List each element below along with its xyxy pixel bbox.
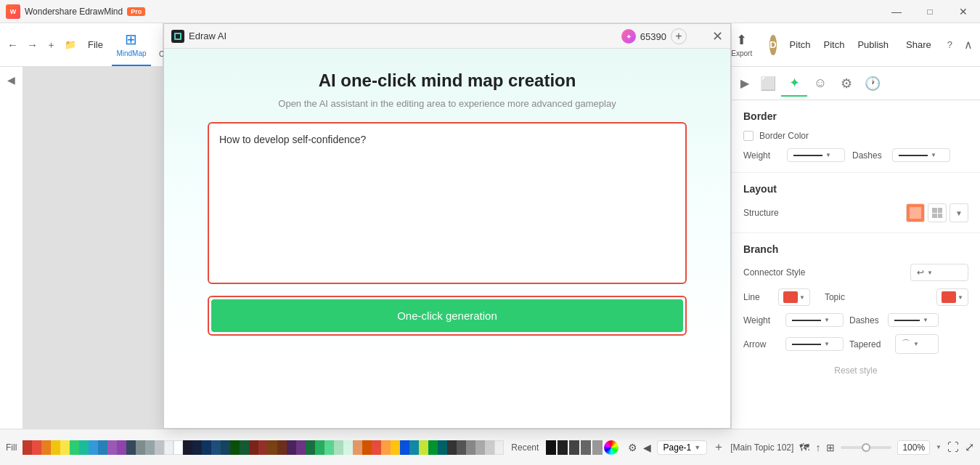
connector-style-select[interactable]: ↩ ▼: [910, 264, 968, 281]
page-dropdown-icon[interactable]: ▼: [694, 444, 701, 451]
fullscreen-button[interactable]: ⛶: [947, 441, 959, 454]
export-icon-button[interactable]: ↑: [815, 442, 820, 453]
color-cell-37[interactable]: [362, 440, 372, 455]
tapered-select[interactable]: ⌒ ▼: [895, 334, 939, 354]
color-cell-44[interactable]: [428, 440, 438, 455]
panel-tab-shape[interactable]: ⬜: [755, 70, 781, 97]
user-avatar[interactable]: D: [769, 35, 776, 55]
fullscreen-exit-button[interactable]: ⤢: [965, 440, 974, 454]
add-credits-button[interactable]: +: [671, 28, 687, 44]
color-cell-50[interactable]: [485, 440, 494, 455]
help-button[interactable]: ?: [944, 36, 955, 53]
topic-input[interactable]: How to develop self-confidence?: [209, 124, 685, 280]
color-cell-9[interactable]: [98, 440, 107, 455]
color-cell-48[interactable]: [466, 440, 475, 455]
weight-select[interactable]: ▼: [787, 148, 845, 162]
maximize-button[interactable]: □: [913, 0, 947, 23]
recent-color-5[interactable]: [592, 440, 603, 455]
close-button[interactable]: ✕: [947, 0, 980, 23]
sidebar-toggle[interactable]: ◀: [7, 74, 15, 86]
color-cell-23[interactable]: [230, 440, 240, 455]
panel-collapse-button[interactable]: ▶: [736, 73, 754, 93]
color-cell-24[interactable]: [240, 440, 249, 455]
color-cell-20[interactable]: [202, 440, 211, 455]
color-cell-45[interactable]: [438, 440, 447, 455]
folder-button[interactable]: 📁: [62, 37, 79, 52]
color-cell-22[interactable]: [221, 440, 230, 455]
color-cell-51[interactable]: [494, 440, 504, 455]
color-cell-42[interactable]: [409, 440, 419, 455]
dialog-close-button[interactable]: ✕: [712, 30, 723, 43]
color-cell-14[interactable]: [145, 440, 155, 455]
color-cell-33[interactable]: [324, 440, 334, 455]
minimize-button[interactable]: —: [880, 0, 913, 23]
zoom-dropdown[interactable]: ▼: [936, 444, 942, 450]
reset-style-button[interactable]: Reset style: [834, 365, 877, 376]
color-cell-2[interactable]: [32, 440, 41, 455]
share-button[interactable]: Share: [902, 36, 936, 53]
color-cell-8[interactable]: [89, 440, 98, 455]
arrow-select[interactable]: ▼: [785, 337, 844, 351]
rainbow-picker[interactable]: [604, 440, 618, 455]
color-cell-19[interactable]: [192, 440, 202, 455]
export-button[interactable]: ⬆ Export: [731, 32, 752, 57]
color-cell-35[interactable]: [343, 440, 353, 455]
border-color-checkbox[interactable]: [743, 131, 754, 141]
color-cell-30[interactable]: [296, 440, 306, 455]
panel-tab-emoji[interactable]: ☺: [807, 70, 833, 97]
color-cell-17[interactable]: [173, 440, 183, 455]
page-minus-button[interactable]: ◀: [643, 442, 651, 453]
color-cell-26[interactable]: [258, 440, 268, 455]
grid-icon-button[interactable]: ⊞: [826, 442, 835, 453]
mindmap-view-button[interactable]: ⊞ MindMap: [112, 24, 151, 66]
color-cell-7[interactable]: [79, 440, 89, 455]
structure-dropdown[interactable]: ▼: [950, 203, 968, 222]
color-cell-38[interactable]: [372, 440, 381, 455]
color-cell-28[interactable]: [277, 440, 287, 455]
panel-tab-settings[interactable]: ⚙: [833, 70, 859, 97]
color-cell-13[interactable]: [136, 440, 145, 455]
color-cell-4[interactable]: [51, 440, 60, 455]
weight2-select[interactable]: ▼: [785, 313, 844, 327]
publish-button[interactable]: Publish: [853, 36, 893, 53]
add-page-button[interactable]: ＋: [44, 36, 59, 54]
add-page-icon-button[interactable]: ＋: [713, 440, 724, 455]
dashes-select[interactable]: ▼: [892, 148, 950, 162]
color-cell-6[interactable]: [70, 440, 79, 455]
collapse-panel-button[interactable]: ∧: [964, 38, 973, 52]
color-cell-11[interactable]: [117, 440, 126, 455]
panel-tab-history[interactable]: 🕐: [859, 70, 886, 97]
color-cell-46[interactable]: [447, 440, 457, 455]
color-cell-41[interactable]: [400, 440, 409, 455]
color-cell-10[interactable]: [107, 440, 117, 455]
color-cell-43[interactable]: [419, 440, 428, 455]
zoom-slider-thumb[interactable]: [862, 443, 870, 452]
pitch-button[interactable]: Pitch: [785, 36, 815, 53]
color-cell-47[interactable]: [457, 440, 466, 455]
color-cell-1[interactable]: [23, 440, 32, 455]
dashes2-select[interactable]: ▼: [888, 313, 939, 327]
structure-option-1[interactable]: [906, 203, 925, 222]
topic-color-picker[interactable]: ▼: [936, 288, 968, 306]
color-cell-3[interactable]: [41, 440, 51, 455]
color-cell-49[interactable]: [475, 440, 485, 455]
recent-color-4[interactable]: [581, 440, 591, 455]
redo-button[interactable]: →: [24, 36, 41, 53]
color-cell-25[interactable]: [249, 440, 258, 455]
color-cell-5[interactable]: [60, 440, 70, 455]
settings-icon-button[interactable]: ⚙: [628, 442, 637, 453]
recent-color-3[interactable]: [569, 440, 579, 455]
generate-button[interactable]: One-click generation: [211, 299, 683, 332]
color-cell-32[interactable]: [315, 440, 324, 455]
file-button[interactable]: File: [82, 37, 109, 52]
color-cell-12[interactable]: [126, 440, 136, 455]
color-cell-15[interactable]: [155, 440, 164, 455]
structure-option-2[interactable]: [928, 203, 947, 222]
recent-color-2[interactable]: [558, 440, 568, 455]
recent-color-1[interactable]: [546, 440, 556, 455]
color-cell-31[interactable]: [306, 440, 315, 455]
color-cell-18[interactable]: [183, 440, 192, 455]
color-cell-21[interactable]: [211, 440, 221, 455]
back-button[interactable]: ←: [4, 36, 21, 53]
color-cell-39[interactable]: [381, 440, 391, 455]
